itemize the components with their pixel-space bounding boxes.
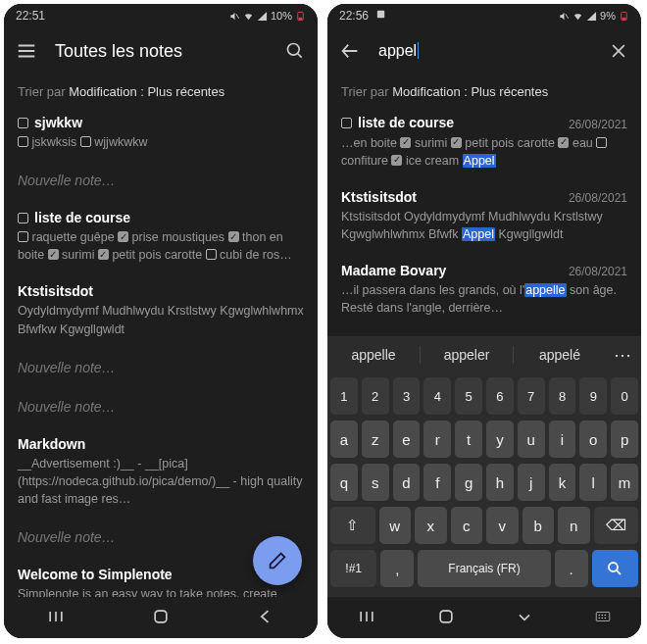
- key-s[interactable]: s: [362, 464, 389, 501]
- result-item[interactable]: liste de course 26/08/2021 …en boite sur…: [341, 105, 627, 179]
- key-1[interactable]: 1: [330, 377, 358, 415]
- key-h[interactable]: h: [486, 464, 514, 501]
- recents-icon[interactable]: [357, 607, 376, 629]
- key-q[interactable]: q: [330, 464, 358, 501]
- suggestion[interactable]: appelé: [514, 347, 606, 363]
- key-g[interactable]: g: [455, 464, 482, 501]
- key-i[interactable]: i: [549, 421, 576, 458]
- note-preview: Oydyldmydymf Mudhlwydu Krstlstwy Kgwglwh…: [18, 302, 304, 337]
- search-input[interactable]: appel: [378, 42, 590, 60]
- search-icon[interactable]: [284, 40, 306, 62]
- key-2[interactable]: 2: [362, 377, 389, 415]
- key-z[interactable]: z: [362, 421, 389, 458]
- compose-icon: [267, 550, 288, 571]
- result-preview: …en boite surimi petit pois carotte eau …: [341, 134, 627, 170]
- result-date: 26/08/2021: [569, 265, 627, 278]
- key-m[interactable]: m: [611, 464, 638, 501]
- key-r[interactable]: r: [423, 421, 451, 458]
- page-title: Toutes les notes: [55, 41, 267, 62]
- keyboard: 1 2 3 4 5 6 7 8 9 0 a z e r t y u i o p …: [327, 373, 641, 597]
- key-l[interactable]: l: [579, 464, 607, 501]
- key-0[interactable]: 0: [611, 377, 638, 415]
- note-item[interactable]: Markdown __Advertisement :)__ - __[pica]…: [18, 426, 304, 518]
- app-bar: Toutes les notes: [4, 27, 318, 74]
- results-list[interactable]: liste de course 26/08/2021 …en boite sur…: [327, 105, 641, 336]
- result-title: Madame Bovary: [341, 263, 446, 278]
- note-placeholder[interactable]: Nouvelle note…: [18, 348, 304, 387]
- svg-point-27: [601, 614, 603, 616]
- recents-icon[interactable]: [46, 607, 66, 629]
- result-item[interactable]: Madame Bovary 26/08/2021 …il passera dan…: [341, 253, 627, 326]
- key-5[interactable]: 5: [455, 377, 482, 415]
- svg-point-28: [604, 614, 606, 616]
- key-p[interactable]: p: [611, 421, 638, 458]
- key-d[interactable]: d: [393, 464, 421, 501]
- sort-row[interactable]: Trier par Modification : Plus récentes: [327, 74, 641, 105]
- key-b[interactable]: b: [523, 507, 555, 544]
- status-time: 22:51: [16, 9, 45, 23]
- note-title-text: Markdown: [18, 436, 85, 452]
- back-arrow-icon[interactable]: [339, 40, 361, 62]
- note-item[interactable]: Ktstisitsdot Oydyldmydymf Mudhlwydu Krst…: [18, 273, 304, 347]
- note-item[interactable]: sjwkkw jskwksis wjjwkwkw: [18, 105, 304, 161]
- key-j[interactable]: j: [518, 464, 545, 501]
- key-o[interactable]: o: [579, 421, 607, 458]
- suggestion[interactable]: appeler: [421, 347, 513, 363]
- note-item[interactable]: liste de course raquette guêpe prise mou…: [18, 200, 304, 273]
- key-k[interactable]: k: [549, 464, 576, 501]
- note-preview: Simplenote is an easy way to take notes,…: [18, 585, 304, 597]
- more-suggestions-icon[interactable]: ⋯: [606, 344, 641, 366]
- key-f[interactable]: f: [423, 464, 451, 501]
- result-date: 26/08/2021: [569, 118, 627, 131]
- key-8[interactable]: 8: [549, 377, 576, 415]
- keyboard-row-1: a z e r t y u i o p: [330, 421, 638, 458]
- keyboard-hide-icon[interactable]: [515, 607, 534, 629]
- home-icon[interactable]: [151, 607, 171, 629]
- key-space[interactable]: Français (FR): [418, 550, 550, 587]
- notes-list[interactable]: sjwkkw jskwksis wjjwkwkw Nouvelle note… …: [4, 105, 318, 597]
- key-v[interactable]: v: [486, 507, 519, 544]
- key-symbols[interactable]: !#1: [330, 550, 376, 587]
- new-note-fab[interactable]: [253, 536, 302, 585]
- svg-point-30: [601, 617, 603, 619]
- svg-point-19: [609, 563, 618, 571]
- key-a[interactable]: a: [330, 421, 358, 458]
- signal-icon: [257, 11, 268, 22]
- screenshot-icon: [375, 9, 386, 20]
- note-placeholder[interactable]: Nouvelle note…: [18, 161, 304, 200]
- mute-icon: [229, 11, 240, 22]
- battery-icon: [619, 11, 629, 22]
- key-comma[interactable]: ,: [380, 550, 414, 587]
- key-y[interactable]: y: [486, 421, 514, 458]
- key-u[interactable]: u: [518, 421, 545, 458]
- clear-search-icon[interactable]: [608, 40, 629, 62]
- home-icon[interactable]: [436, 607, 456, 629]
- sort-row[interactable]: Trier par Modification : Plus récentes: [4, 74, 318, 105]
- key-w[interactable]: w: [379, 507, 412, 544]
- suggestion[interactable]: appelle: [327, 347, 420, 363]
- key-e[interactable]: e: [393, 421, 421, 458]
- note-placeholder[interactable]: Nouvelle note…: [18, 387, 304, 426]
- key-n[interactable]: n: [558, 507, 590, 544]
- svg-rect-12: [377, 11, 384, 18]
- menu-icon[interactable]: [16, 40, 37, 62]
- key-x[interactable]: x: [415, 507, 447, 544]
- result-item[interactable]: Ktstisitsdot 26/08/2021 Ktstisitsdot Oyd…: [341, 179, 627, 253]
- battery-text: 10%: [271, 10, 292, 22]
- key-c[interactable]: c: [451, 507, 483, 544]
- status-icons: 9%: [559, 10, 629, 22]
- back-icon[interactable]: [256, 607, 275, 629]
- key-6[interactable]: 6: [486, 377, 514, 415]
- key-dot[interactable]: .: [555, 550, 588, 587]
- key-backspace[interactable]: ⌫: [594, 507, 639, 544]
- key-4[interactable]: 4: [423, 377, 451, 415]
- key-search[interactable]: [592, 550, 638, 587]
- key-3[interactable]: 3: [393, 377, 421, 415]
- key-t[interactable]: t: [455, 421, 482, 458]
- key-9[interactable]: 9: [579, 377, 607, 415]
- keyboard-switch-icon[interactable]: [594, 608, 612, 628]
- svg-point-29: [598, 617, 600, 619]
- key-shift[interactable]: ⇧: [330, 507, 375, 544]
- key-7[interactable]: 7: [518, 377, 545, 415]
- mute-icon: [559, 11, 570, 22]
